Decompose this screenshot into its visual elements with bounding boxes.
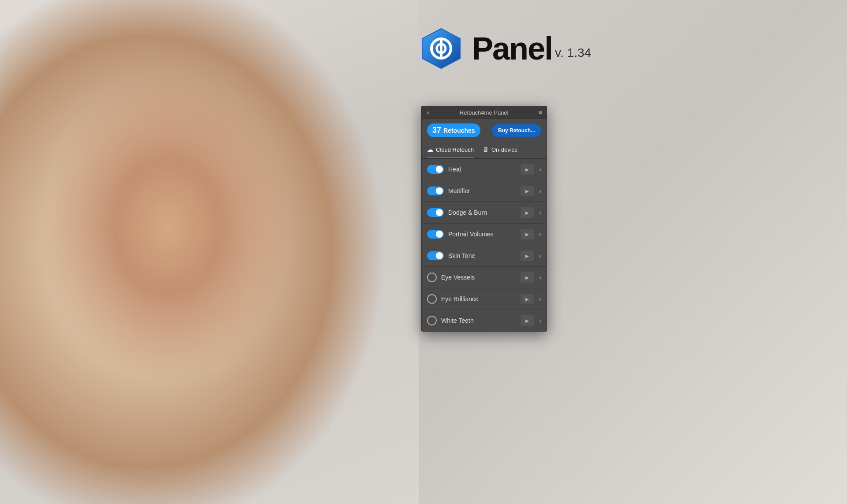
panel-widget: × Retouch4me Panel ≡ 37 Retouches Buy Re…	[421, 106, 547, 332]
feature-name-heal: Heal	[448, 166, 516, 173]
feature-name-portrait-volumes: Portrait Volumes	[448, 231, 516, 238]
tab-on-device[interactable]: 🖥 On-device	[483, 142, 517, 158]
toggle-knob-heal	[436, 166, 443, 173]
play-button-white-teeth[interactable]: ▶	[521, 315, 534, 326]
play-button-dodge-burn[interactable]: ▶	[521, 207, 534, 218]
chevron-white-teeth[interactable]: ›	[539, 317, 541, 324]
play-button-mattifier[interactable]: ▶	[521, 186, 534, 196]
tab-ondevice-label: On-device	[491, 146, 517, 153]
feature-name-eye-vessels: Eye Vessels	[441, 274, 516, 281]
feature-row-mattifier: Mattifier ▶ ›	[422, 180, 547, 202]
feature-name-dodge-burn: Dodge & Burn	[448, 209, 516, 216]
feature-name-mattifier: Mattifier	[448, 187, 516, 194]
toggle-mattifier[interactable]	[427, 187, 444, 195]
panel-title: Retouch4me Panel	[460, 109, 509, 116]
toggle-heal[interactable]	[427, 165, 444, 174]
logo-icon	[419, 26, 463, 71]
play-button-eye-brilliance[interactable]: ▶	[521, 294, 534, 304]
feature-row-heal: Heal ▶ ›	[422, 159, 547, 180]
retouches-label: Retouches	[443, 127, 475, 134]
toggle-dodge-burn[interactable]	[427, 208, 444, 217]
logo-text: Panelv. 1.34	[472, 30, 591, 67]
chevron-heal[interactable]: ›	[539, 166, 541, 173]
logo-version: v. 1.34	[555, 46, 591, 60]
toggle-knob-portrait-volumes	[436, 231, 443, 238]
monitor-icon: 🖥	[483, 146, 489, 153]
chevron-skin-tone[interactable]: ›	[539, 252, 541, 259]
play-button-skin-tone[interactable]: ▶	[521, 250, 534, 261]
play-button-heal[interactable]: ▶	[521, 164, 534, 175]
toggle-skin-tone[interactable]	[427, 251, 444, 260]
feature-row-skin-tone: Skin Tone ▶ ›	[422, 245, 547, 267]
retouches-badge: 37 Retouches	[427, 123, 480, 137]
toggle-knob-mattifier	[436, 187, 443, 194]
toggle-portrait-volumes[interactable]	[427, 230, 444, 239]
panel-tabs: ☁ Cloud Retouch 🖥 On-device	[422, 142, 547, 159]
feature-row-dodge-burn: Dodge & Burn ▶ ›	[422, 202, 547, 224]
feature-row-eye-vessels: Eye Vessels ▶ ›	[422, 267, 547, 288]
tab-cloud-label: Cloud Retouch	[436, 146, 474, 153]
panel-header: 37 Retouches Buy Retouch...	[422, 119, 547, 142]
chevron-dodge-burn[interactable]: ›	[539, 209, 541, 216]
feature-name-skin-tone: Skin Tone	[448, 252, 516, 259]
tab-cloud-retouch[interactable]: ☁ Cloud Retouch	[427, 142, 474, 158]
buy-button[interactable]: Buy Retouch...	[492, 124, 541, 137]
feature-name-white-teeth: White Teeth	[441, 317, 516, 324]
toggle-eye-vessels[interactable]	[427, 273, 437, 282]
toggle-eye-brilliance[interactable]	[427, 294, 437, 304]
feature-name-eye-brilliance: Eye Brilliance	[441, 295, 516, 302]
chevron-eye-brilliance[interactable]: ›	[539, 295, 541, 302]
photo-face	[0, 0, 419, 504]
feature-row-portrait-volumes: Portrait Volumes ▶ ›	[422, 224, 547, 245]
play-button-portrait-volumes[interactable]: ▶	[521, 229, 534, 239]
toggle-knob-skin-tone	[436, 252, 443, 259]
chevron-eye-vessels[interactable]: ›	[539, 274, 541, 281]
menu-icon[interactable]: ≡	[539, 109, 542, 116]
retouches-count: 37	[432, 126, 441, 135]
feature-list: Heal ▶ › Mattifier ▶ › Dodge & Burn ▶ ›	[422, 159, 547, 331]
logo-title: Panel	[472, 31, 552, 66]
feature-row-white-teeth: White Teeth ▶ ›	[422, 310, 547, 331]
toggle-white-teeth[interactable]	[427, 316, 437, 325]
close-button[interactable]: ×	[426, 109, 430, 116]
feature-row-eye-brilliance: Eye Brilliance ▶ ›	[422, 288, 547, 310]
panel-titlebar: × Retouch4me Panel ≡	[422, 106, 547, 119]
play-button-eye-vessels[interactable]: ▶	[521, 272, 534, 283]
toggle-knob-dodge-burn	[436, 209, 443, 216]
cloud-icon: ☁	[427, 146, 433, 153]
logo-area: Panelv. 1.34	[419, 26, 591, 71]
chevron-mattifier[interactable]: ›	[539, 187, 541, 194]
chevron-portrait-volumes[interactable]: ›	[539, 231, 541, 238]
